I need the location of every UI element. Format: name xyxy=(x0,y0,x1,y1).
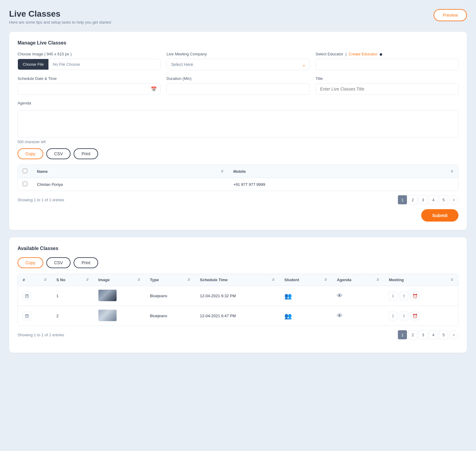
meeting-upload-icon[interactable]: ⇧ xyxy=(400,292,408,300)
svg-rect-9 xyxy=(27,316,28,317)
th-type: Type⇵ xyxy=(145,274,195,286)
avail-page-btn-5[interactable]: 5 xyxy=(439,330,448,339)
students-table-wrapper: Name ⇵ Mobile ⇵ xyxy=(18,165,458,191)
sort-schedule-icon[interactable]: ⇵ xyxy=(272,278,275,282)
meeting-select[interactable]: Select Here xyxy=(167,59,309,70)
meeting-upload-icon[interactable]: ⇧ xyxy=(400,312,408,320)
row-delete-cell xyxy=(18,286,51,306)
sort-hash-icon[interactable]: ⇵ xyxy=(44,278,47,282)
sort-student-icon[interactable]: ⇵ xyxy=(324,278,327,282)
meeting-download-icon[interactable]: ⇩ xyxy=(389,292,397,300)
row-image xyxy=(94,286,145,306)
preview-button[interactable]: Preview xyxy=(434,9,467,21)
date-input[interactable]: 01-05-2021 11:24 xyxy=(18,83,160,95)
available-print-button[interactable]: Print xyxy=(74,257,98,268)
print-button[interactable]: Print xyxy=(74,148,98,159)
sort-image-icon[interactable]: ⇵ xyxy=(137,278,140,282)
page-title: Live Classes xyxy=(9,9,111,19)
avail-page-btn-1[interactable]: 1 xyxy=(398,330,407,339)
svg-rect-1 xyxy=(26,294,28,295)
select-all-checkbox[interactable] xyxy=(23,169,27,173)
th-sno: S No⇵ xyxy=(51,274,93,286)
available-table-body: 1 Bluejeans 12-04-2021 6:32 PM 👥 👁 ⇩ xyxy=(18,286,458,326)
row-checkbox[interactable] xyxy=(23,182,27,186)
student-name: Chintan Poriya xyxy=(32,178,228,191)
avail-page-btn-3[interactable]: 3 xyxy=(418,330,428,339)
choose-file-button[interactable]: Choose File xyxy=(18,59,48,70)
sort-name-icon[interactable]: ⇵ xyxy=(221,170,223,173)
available-section-title: Available Classes xyxy=(18,246,458,251)
available-copy-button[interactable]: Copy xyxy=(18,257,43,268)
avail-page-btn-2[interactable]: 2 xyxy=(408,330,417,339)
meeting-clock-icon[interactable]: ⏰ xyxy=(411,312,419,320)
table-row: 2 Bluejeans 12-04-2021 6:47 PM 👥 👁 ⇩ xyxy=(18,306,458,326)
copy-button[interactable]: Copy xyxy=(18,148,43,159)
class-thumbnail xyxy=(98,310,117,321)
page-btn-1[interactable]: 1 xyxy=(398,195,407,204)
title-input[interactable] xyxy=(316,83,458,95)
sort-mobile-icon[interactable]: ⇵ xyxy=(451,170,453,173)
row-delete-cell xyxy=(18,306,51,326)
agenda-textarea[interactable] xyxy=(18,110,458,137)
row-checkbox-cell xyxy=(18,178,32,191)
submit-button[interactable]: Submit xyxy=(421,209,458,222)
available-showing-text: Showing 1 to 1 of 1 entries xyxy=(18,333,64,337)
agenda-view-icon[interactable]: 👁 xyxy=(337,312,343,319)
duration-label: Duration (Min) xyxy=(167,76,309,81)
th-name: Name ⇵ xyxy=(32,165,228,178)
meeting-download-icon[interactable]: ⇩ xyxy=(389,312,397,320)
avail-page-next-btn[interactable]: › xyxy=(449,330,458,339)
available-pagination: 1 2 3 4 5 › xyxy=(398,330,458,339)
sort-sno-icon[interactable]: ⇵ xyxy=(86,278,89,282)
duration-form-group: Duration (Min) 0 xyxy=(167,76,309,95)
row-meeting: ⇩ ⇧ ⏰ xyxy=(384,306,458,326)
meeting-label: Live Meeting Company xyxy=(167,52,309,56)
sort-type-icon[interactable]: ⇵ xyxy=(187,278,190,282)
title-form-group: Title xyxy=(316,76,458,95)
duration-input[interactable]: 0 xyxy=(167,83,309,95)
file-name-display: No File Choose xyxy=(48,59,84,70)
page-btn-5[interactable]: 5 xyxy=(439,195,448,204)
page-btn-3[interactable]: 3 xyxy=(418,195,428,204)
svg-rect-3 xyxy=(26,296,27,297)
csv-button[interactable]: CSV xyxy=(46,148,71,159)
available-csv-button[interactable]: CSV xyxy=(46,257,71,268)
th-agenda: Agenda⇵ xyxy=(332,274,384,286)
available-card: Available Classes Copy CSV Print #⇵ S No… xyxy=(9,237,467,353)
date-input-wrapper: 01-05-2021 11:24 📅 xyxy=(18,83,160,95)
agenda-label: Agenda xyxy=(18,101,458,105)
educator-input[interactable] xyxy=(316,59,458,70)
avail-page-btn-4[interactable]: 4 xyxy=(429,330,438,339)
students-table-head: Name ⇵ Mobile ⇵ xyxy=(18,165,458,178)
form-row-1: Choose Image ( 945 x 615 px ) Choose Fil… xyxy=(18,52,458,70)
meeting-form-group: Live Meeting Company Select Here ⌄ xyxy=(167,52,309,70)
agenda-form-group: Agenda xyxy=(18,101,458,137)
agenda-view-icon[interactable]: 👁 xyxy=(337,292,343,299)
sort-agenda-icon[interactable]: ⇵ xyxy=(376,278,379,282)
date-label: Schedule Date & Time xyxy=(18,76,160,81)
row-type: Bluejeans xyxy=(145,306,195,326)
available-table-footer: Showing 1 to 1 of 1 entries 1 2 3 4 5 › xyxy=(18,330,458,339)
delete-button[interactable] xyxy=(23,312,31,320)
th-student: Student⇵ xyxy=(279,274,332,286)
manage-section-title: Manage Live Classes xyxy=(18,40,458,46)
sort-meeting-icon[interactable]: ⇵ xyxy=(451,278,453,282)
calendar-icon: 📅 xyxy=(151,86,157,92)
students-table-body: Chintan Poriya +91 977 977 9999 xyxy=(18,178,458,191)
student-view-icon[interactable]: 👥 xyxy=(284,313,292,319)
page-btn-4[interactable]: 4 xyxy=(429,195,438,204)
available-table: #⇵ S No⇵ Image⇵ Type⇵ Schedule Time⇵ xyxy=(18,274,458,326)
page-btn-2[interactable]: 2 xyxy=(408,195,417,204)
table-row: Chintan Poriya +91 977 977 9999 xyxy=(18,178,458,191)
student-view-icon[interactable]: 👥 xyxy=(284,293,292,299)
students-showing-text: Showing 1 to 1 of 1 entries xyxy=(18,198,64,202)
th-schedule: Schedule Time⇵ xyxy=(195,274,279,286)
row-sno: 1 xyxy=(51,286,93,306)
row-type: Bluejeans xyxy=(145,286,195,306)
page-next-btn[interactable]: › xyxy=(449,195,458,204)
create-educator-link[interactable]: Create Educator xyxy=(349,52,378,56)
delete-button[interactable] xyxy=(23,292,31,300)
row-agenda: 👁 xyxy=(332,306,384,326)
meeting-clock-icon[interactable]: ⏰ xyxy=(411,292,419,300)
th-image: Image⇵ xyxy=(94,274,145,286)
